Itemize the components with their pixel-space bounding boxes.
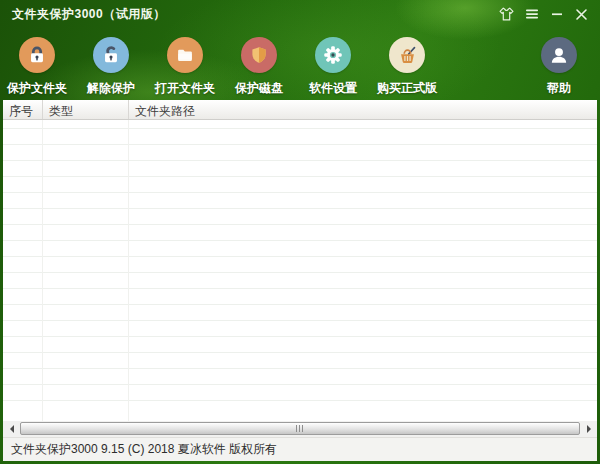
scrollbar-thumb[interactable] xyxy=(20,422,580,435)
window-title: 文件夹保护3000（试用版） xyxy=(12,6,166,23)
status-text: 文件夹保护3000 9.15 (C) 2018 夏冰软件 版权所有 xyxy=(11,441,277,458)
toolbar-button-label: 购买正式版 xyxy=(377,80,437,97)
skin-icon[interactable] xyxy=(498,6,515,23)
status-bar: 文件夹保护3000 9.15 (C) 2018 夏冰软件 版权所有 xyxy=(3,437,597,461)
protect-disk-button[interactable]: 保护磁盘 xyxy=(222,37,296,97)
scrollbar-grip-icon xyxy=(296,425,305,432)
toolbar-button-label: 解除保护 xyxy=(87,80,135,97)
toolbar-button-label: 保护文件夹 xyxy=(7,80,67,97)
table-header: 序号 类型 文件夹路径 xyxy=(3,100,597,120)
column-divider xyxy=(128,120,129,421)
lock-open-icon xyxy=(93,37,129,73)
column-header-path[interactable]: 文件夹路径 xyxy=(129,100,597,119)
lock-closed-icon xyxy=(19,37,55,73)
toolbar: 保护文件夹 解除保护 打开文件夹 xyxy=(0,28,600,100)
table-body[interactable] xyxy=(3,120,597,421)
toolbar-button-label: 软件设置 xyxy=(309,80,357,97)
folder-icon xyxy=(167,37,203,73)
horizontal-scrollbar[interactable] xyxy=(3,421,597,437)
settings-button[interactable]: 软件设置 xyxy=(296,37,370,97)
user-icon xyxy=(541,37,577,73)
toolbar-button-label: 保护磁盘 xyxy=(235,80,283,97)
protect-folder-button[interactable]: 保护文件夹 xyxy=(0,37,74,97)
shopping-basket-icon xyxy=(389,37,425,73)
gear-icon xyxy=(315,37,351,73)
menu-icon[interactable] xyxy=(523,6,540,23)
help-button[interactable]: 帮助 xyxy=(522,37,596,97)
column-header-type[interactable]: 类型 xyxy=(43,100,129,119)
column-header-index[interactable]: 序号 xyxy=(3,100,43,119)
shield-icon xyxy=(241,37,277,73)
title-bar: 文件夹保护3000（试用版） xyxy=(0,0,600,28)
toolbar-button-label: 帮助 xyxy=(547,80,571,97)
remove-protection-button[interactable]: 解除保护 xyxy=(74,37,148,97)
client-area: 序号 类型 文件夹路径 文件夹保护3000 9.15 (C) 2018 夏冰软件… xyxy=(3,100,597,461)
open-folder-button[interactable]: 打开文件夹 xyxy=(148,37,222,97)
close-button[interactable] xyxy=(573,6,590,23)
minimize-button[interactable] xyxy=(548,6,565,23)
app-window: 文件夹保护3000（试用版） xyxy=(0,0,600,464)
scroll-right-arrow[interactable] xyxy=(581,421,597,437)
toolbar-button-label: 打开文件夹 xyxy=(155,80,215,97)
buy-full-version-button[interactable]: 购买正式版 xyxy=(370,37,444,97)
window-controls xyxy=(498,6,590,23)
scroll-left-arrow[interactable] xyxy=(3,421,19,437)
column-divider xyxy=(42,120,43,421)
